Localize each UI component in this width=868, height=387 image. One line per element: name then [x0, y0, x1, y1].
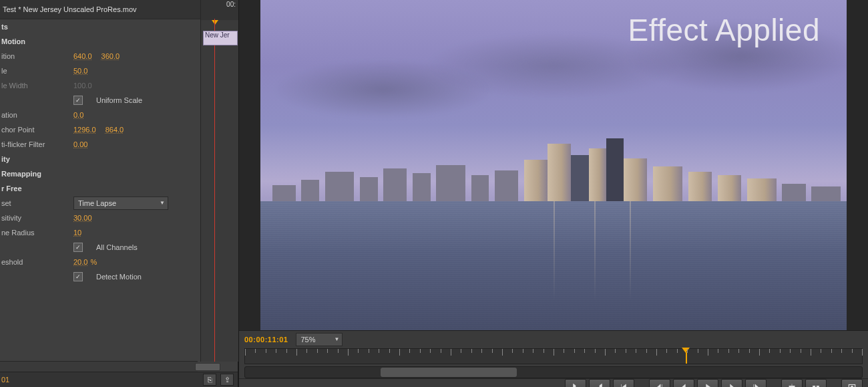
chevron-down-icon: ▼: [160, 200, 165, 206]
scale-width-value: 100.0: [73, 82, 92, 90]
go-to-in-button[interactable]: [613, 379, 634, 387]
program-timecode[interactable]: 00:00:11:01: [244, 336, 288, 344]
step-forward-button[interactable]: [745, 379, 767, 387]
scrollbar-thumb[interactable]: [195, 363, 220, 371]
detect-motion-checkbox[interactable]: [73, 272, 83, 281]
video-frame: Effect Applied: [260, 0, 847, 330]
chevron-down-icon: ▼: [335, 336, 340, 342]
zoom-dropdown[interactable]: 75% ▼: [296, 333, 343, 346]
position-x[interactable]: 640.0: [73, 52, 92, 60]
time-ruler[interactable]: [244, 348, 863, 364]
clip-block[interactable]: New Jer: [203, 31, 238, 45]
sensitivity-value[interactable]: 30.00: [73, 214, 92, 222]
scale-value[interactable]: 50.0: [73, 67, 87, 75]
step-back-button[interactable]: [649, 379, 670, 387]
preset-dropdown[interactable]: Time Lapse ▼: [73, 197, 168, 210]
transport-bar: [239, 378, 868, 387]
threshold-value[interactable]: 20.0: [73, 258, 87, 266]
scrollbar-thumb[interactable]: [381, 368, 516, 377]
mark-out-button[interactable]: [589, 379, 610, 387]
horizontal-scrollbar[interactable]: [0, 361, 198, 372]
uniform-scale-checkbox[interactable]: [73, 96, 83, 105]
lift-button[interactable]: [781, 379, 803, 387]
prev-frame-button[interactable]: [673, 379, 694, 387]
playhead-line: [214, 19, 215, 362]
antiflicker-value[interactable]: 0.00: [73, 140, 87, 148]
next-frame-button[interactable]: [721, 379, 742, 387]
pin-icon[interactable]: ⎘: [203, 374, 216, 386]
footer-timecode[interactable]: 01: [1, 376, 9, 384]
rotation-value[interactable]: 0.0: [73, 111, 83, 119]
effect-controls-panel: Test * New Jersey Unscaled ProRes.mov ▶ …: [0, 0, 239, 387]
extract-button[interactable]: [805, 379, 827, 387]
overlay-text: Effect Applied: [628, 12, 820, 48]
zoom-scrollbar[interactable]: [244, 366, 863, 378]
all-channels-checkbox[interactable]: [73, 243, 83, 252]
keyframe-timeline[interactable]: 00: New Jer: [200, 0, 238, 362]
time-radius-value[interactable]: 10: [73, 229, 81, 237]
program-viewer[interactable]: Effect Applied: [239, 0, 868, 330]
playhead-icon[interactable]: [212, 20, 218, 25]
clip-title: Test * New Jersey Unscaled ProRes.mov: [3, 5, 225, 13]
anchor-x[interactable]: 1296.0: [73, 126, 96, 134]
program-monitor-panel: Effect Applied 00:00:11:01 75% ▼: [239, 0, 868, 387]
share-icon[interactable]: ⇪: [220, 374, 234, 386]
anchor-y[interactable]: 864.0: [105, 126, 124, 134]
program-controls: 00:00:11:01 75% ▼: [239, 330, 868, 378]
export-frame-button[interactable]: [841, 379, 863, 387]
mark-in-button[interactable]: [565, 379, 586, 387]
panel-footer: 01 ⎘ ⇪: [0, 372, 238, 387]
position-y[interactable]: 360.0: [101, 52, 120, 60]
play-button[interactable]: [697, 379, 718, 387]
